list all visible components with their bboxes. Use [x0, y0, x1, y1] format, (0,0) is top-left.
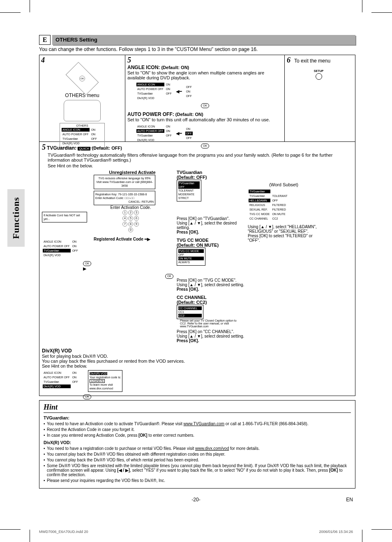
divx-code-box: DivX(R) VOD Your registration code is: 1… — [88, 370, 123, 392]
tvg-info-box: TVG reduces offensive language by 95% Vi… — [94, 175, 155, 189]
angle-icon-title: ANGLE ICON: — [127, 65, 160, 70]
ok-pill-icon: OK — [83, 261, 91, 266]
section-letter: E — [39, 35, 51, 45]
main-diagram: 4 OK OTHERS menu OTHERS ANGLE ICONONAUTO… — [39, 55, 355, 396]
tvg-reg-box: Registration Key: 79-121-100-10-1588-8 E… — [94, 191, 155, 205]
autopower-desc: Set to "ON" to turn this unit off automa… — [127, 117, 283, 122]
enter-ac: Enter Activation Code. — [94, 205, 168, 210]
ok-pill-icon: OK — [83, 394, 91, 399]
ok-button-icon: OK — [79, 76, 85, 81]
step-5b-number: 5 — [42, 143, 46, 151]
hint-item: In case you entered wrong Activation Cod… — [44, 433, 351, 438]
ok-pill-icon: OK — [165, 274, 173, 279]
autopower-title: AUTO POWER OFF: — [127, 111, 174, 117]
intro-text: You can change the other functions. Foll… — [39, 46, 355, 52]
hint-item: You need to have a registration code to … — [44, 446, 351, 451]
setup-button-icon: SETUP — [287, 69, 350, 80]
quick-badge: QUICK — [78, 147, 90, 151]
hint-item: Some DivX® VOD files are restricted with… — [44, 463, 351, 477]
tvguardian-title: TVGuardian: — [47, 145, 76, 151]
cc-channel-title: CC CHANNEL — [177, 295, 244, 300]
remote-dpad-icon: OK — [66, 62, 99, 95]
keypad-icon: 1234567890 — [94, 210, 168, 233]
hint-item: You cannot play back the DivX® VOD files… — [44, 452, 351, 456]
tvg-desc: TVGuardian® technology automatically fil… — [48, 153, 351, 162]
hint-title: Hint — [44, 403, 351, 413]
remote-screen-icon — [64, 100, 101, 121]
if-not-set-box: If Activate Cord has NOT set yet... — [42, 212, 87, 222]
hint-ref: See Hint on the below. — [48, 163, 351, 168]
section-title: OTHERS Setting — [52, 35, 355, 45]
hint-item: Please send your inquiries regarding the… — [44, 478, 351, 483]
hint-divx-head: DivX(R) VOD: — [44, 440, 351, 445]
page-lang: EN — [346, 497, 353, 503]
tvguardian-sub-title: TVGuardian — [177, 170, 244, 175]
step-6-number: 6 — [287, 56, 291, 64]
hint-item: You need to have an Activation code to a… — [44, 422, 351, 426]
section-header: E OTHERS Setting — [39, 35, 355, 45]
tvg-cc-title: TVG CC MODE — [177, 238, 244, 243]
hint-tvg-head: TVGuardian: — [44, 415, 351, 420]
ok-pill-icon: OK — [201, 103, 209, 108]
menu-title: OTHERS — [61, 124, 104, 127]
side-tab: Functions — [7, 189, 25, 247]
hint-item: You cannot play back the DivX® VOD files… — [44, 458, 351, 462]
exit-text: To exit the menu — [294, 58, 330, 64]
footer-file: MWD7006_E6A70UD.indd 20 — [39, 530, 88, 534]
hint-box: Hint TVGuardian: You need to have an Act… — [39, 400, 355, 489]
reg-label: Registered Activate Code ━▶ — [94, 237, 168, 241]
others-menu-label: OTHERS menu — [41, 93, 123, 98]
page-number: -20- — [191, 497, 200, 503]
footer-timestamp: 2006/01/06 15:34:26 — [319, 530, 353, 534]
angle-desc: Set to "ON" to show the angle icon when … — [127, 70, 283, 80]
unreg-label: Unregistered Activate — [91, 170, 173, 175]
divx-title: DivX(R) VOD — [42, 348, 351, 354]
hint-item: Record the Activation Code in case you f… — [44, 427, 351, 432]
step-5-number: 5 — [127, 56, 283, 65]
word-subset-label: (Word Subset) — [248, 182, 320, 187]
step-4-number: 4 — [41, 56, 123, 65]
